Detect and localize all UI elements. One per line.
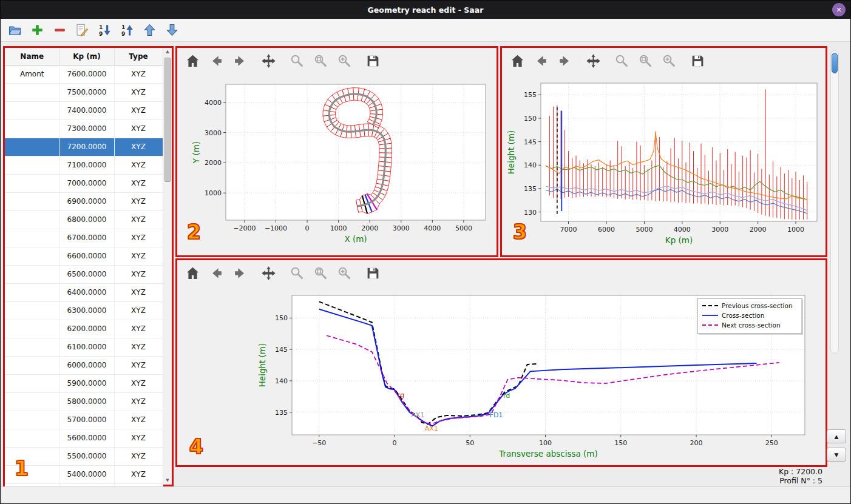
table-row[interactable]: 6300.0000XYZ: [5, 301, 163, 320]
table-row[interactable]: Amont7600.0000XYZ: [5, 65, 163, 83]
pan-icon[interactable]: [585, 53, 601, 69]
cell-name[interactable]: [5, 411, 59, 429]
cell-type[interactable]: XYZ: [114, 356, 163, 374]
cell-type[interactable]: XYZ: [114, 83, 163, 101]
cell-kp[interactable]: 6600.0000: [59, 247, 114, 265]
cell-kp[interactable]: 5500.0000: [59, 447, 114, 465]
zoom-rect-icon[interactable]: [336, 265, 352, 281]
table-row[interactable]: 6900.0000XYZ: [5, 192, 163, 210]
cell-name[interactable]: [5, 192, 59, 210]
zoom-rect-icon[interactable]: [661, 53, 677, 69]
cell-type[interactable]: XYZ: [114, 429, 163, 447]
table-row[interactable]: 7100.0000XYZ: [5, 156, 163, 174]
col-header-name[interactable]: Name: [5, 48, 59, 65]
cell-type[interactable]: XYZ: [114, 174, 163, 192]
cell-type[interactable]: XYZ: [114, 101, 163, 119]
back-icon[interactable]: [208, 53, 224, 69]
pan-icon[interactable]: [260, 265, 276, 281]
cell-kp[interactable]: 6700.0000: [59, 229, 114, 247]
table-row[interactable]: 6100.0000XYZ: [5, 338, 163, 356]
save-icon[interactable]: [690, 53, 705, 69]
cell-name[interactable]: [5, 83, 59, 101]
cell-kp[interactable]: 7300.0000: [59, 119, 114, 138]
table-row[interactable]: 5700.0000XYZ: [5, 411, 163, 429]
cell-type[interactable]: XYZ: [114, 192, 163, 210]
table-row[interactable]: 5900.0000XYZ: [5, 374, 163, 392]
table-row[interactable]: 5400.0000XYZ: [5, 465, 163, 483]
save-icon[interactable]: [365, 265, 381, 281]
table-row[interactable]: 7000.0000XYZ: [5, 174, 163, 192]
zoom-icon[interactable]: [614, 53, 629, 69]
cell-name[interactable]: [5, 101, 59, 119]
vertical-slider-thumb[interactable]: [832, 53, 838, 73]
cell-type[interactable]: XYZ: [114, 65, 163, 83]
cell-type[interactable]: XYZ: [114, 374, 163, 392]
edit-profile-icon[interactable]: [74, 22, 90, 38]
cell-name[interactable]: [5, 138, 59, 156]
table-row[interactable]: 6800.0000XYZ: [5, 210, 163, 229]
cell-type[interactable]: XYZ: [114, 465, 163, 483]
table-row[interactable]: 7400.0000XYZ: [5, 101, 163, 119]
cell-type[interactable]: XYZ: [114, 210, 163, 229]
cell-type[interactable]: XYZ: [114, 119, 163, 138]
home-icon[interactable]: [185, 53, 200, 69]
plan-chart[interactable]: −2000−1000010002000300040005000100020003…: [177, 73, 497, 255]
cell-type[interactable]: XYZ: [114, 138, 163, 156]
cell-kp[interactable]: 5800.0000: [59, 392, 114, 411]
home-icon[interactable]: [185, 265, 200, 281]
table-row[interactable]: 6600.0000XYZ: [5, 247, 163, 265]
table-row[interactable]: 5600.0000XYZ: [5, 429, 163, 447]
cell-name[interactable]: [5, 338, 59, 356]
cell-name[interactable]: [5, 283, 59, 301]
cell-kp[interactable]: 6400.0000: [59, 283, 114, 301]
home-icon[interactable]: [509, 53, 525, 69]
vertical-slider[interactable]: [830, 50, 839, 354]
save-icon[interactable]: [365, 53, 381, 69]
cell-type[interactable]: XYZ: [114, 447, 163, 465]
table-row[interactable]: 7300.0000XYZ: [5, 119, 163, 138]
cell-kp[interactable]: 5700.0000: [59, 411, 114, 429]
cell-kp[interactable]: 7000.0000: [59, 174, 114, 192]
pan-icon[interactable]: [260, 53, 276, 69]
cross-section-chart[interactable]: −50050100150200250135140145150Transverse…: [177, 286, 826, 465]
cell-type[interactable]: XYZ: [114, 320, 163, 338]
cell-type[interactable]: XYZ: [114, 229, 163, 247]
cell-kp[interactable]: 7100.0000: [59, 156, 114, 174]
cell-name[interactable]: Amont: [5, 65, 59, 83]
cell-type[interactable]: XYZ: [114, 247, 163, 265]
table-scrollbar-thumb[interactable]: [164, 58, 171, 182]
cell-name[interactable]: [5, 392, 59, 411]
forward-icon[interactable]: [232, 53, 248, 69]
table-row[interactable]: 7500.0000XYZ: [5, 83, 163, 101]
remove-profile-icon[interactable]: [52, 22, 68, 38]
sort-ascending-icon[interactable]: [119, 22, 135, 38]
add-profile-icon[interactable]: [29, 22, 46, 38]
table-row[interactable]: 6400.0000XYZ: [5, 283, 163, 301]
scroll-up-icon[interactable]: ▲: [163, 48, 172, 56]
table-row[interactable]: 5800.0000XYZ: [5, 392, 163, 411]
cell-type[interactable]: XYZ: [114, 283, 163, 301]
cell-name[interactable]: [5, 465, 59, 483]
cell-kp[interactable]: 6300.0000: [59, 301, 114, 320]
cell-kp[interactable]: 5400.0000: [59, 465, 114, 483]
col-header-kp[interactable]: Kp (m): [59, 48, 114, 65]
cell-type[interactable]: XYZ: [114, 338, 163, 356]
cell-name[interactable]: [5, 174, 59, 192]
cell-name[interactable]: [5, 247, 59, 265]
cell-name[interactable]: [5, 156, 59, 174]
cell-kp[interactable]: 7400.0000: [59, 101, 114, 119]
sort-descending-icon[interactable]: [97, 22, 113, 38]
cell-name[interactable]: [5, 447, 59, 465]
back-icon[interactable]: [533, 53, 549, 69]
profiles-table[interactable]: Name Kp (m) Type Amont7600.0000XYZ7500.0…: [5, 48, 163, 502]
cell-name[interactable]: [5, 356, 59, 374]
cell-kp[interactable]: 6500.0000: [59, 265, 114, 283]
cell-kp[interactable]: 6800.0000: [59, 210, 114, 229]
zoom-icon[interactable]: [289, 265, 305, 281]
cell-kp[interactable]: 5600.0000: [59, 429, 114, 447]
table-row[interactable]: 6200.0000XYZ: [5, 320, 163, 338]
forward-icon[interactable]: [232, 265, 248, 281]
table-row[interactable]: 7200.0000XYZ: [5, 138, 163, 156]
zoom-region-icon[interactable]: [637, 53, 653, 69]
open-file-icon[interactable]: [7, 22, 23, 38]
